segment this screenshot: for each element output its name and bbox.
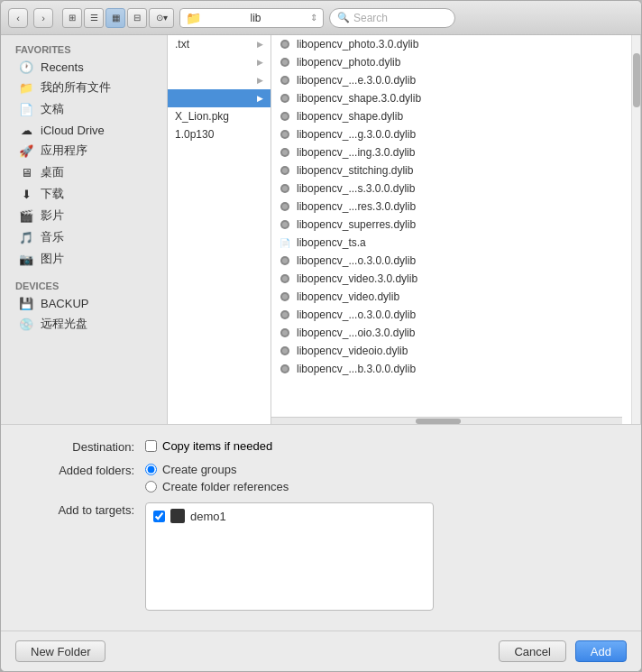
back-button[interactable]: ‹ <box>8 8 28 28</box>
dylib-file-icon <box>279 308 291 321</box>
drive-icon: 💾 <box>19 296 33 310</box>
clock-icon: 🕐 <box>19 60 33 74</box>
svg-point-13 <box>282 150 288 155</box>
create-groups-radio[interactable] <box>145 464 157 475</box>
file-item[interactable]: X_Lion.pkg <box>168 107 271 125</box>
lib-file-item[interactable]: libopencv_...oio.3.0.dylib <box>271 324 631 342</box>
sidebar-item-icloud[interactable]: ☁ iCloud Drive <box>5 120 163 140</box>
svg-point-31 <box>282 330 288 336</box>
lib-file-item[interactable]: libopencv_...s.3.0.0.dylib <box>271 180 631 198</box>
expand-arrow: ▶ <box>257 58 263 67</box>
view-column-btn[interactable]: ▦ <box>105 8 125 28</box>
create-groups-label: Create groups <box>162 463 236 476</box>
lib-file-item[interactable]: libopencv_videoio.dylib <box>271 342 631 360</box>
copy-checkbox[interactable] <box>145 440 157 452</box>
sidebar-item-all-files[interactable]: 📁 我的所有文件 <box>5 77 163 98</box>
file-item[interactable]: 1.0p130 <box>168 125 271 143</box>
sidebar-item-downloads[interactable]: ⬇ 下载 <box>5 183 163 205</box>
target-app-icon <box>170 509 185 523</box>
view-list-btn[interactable]: ☰ <box>84 8 104 28</box>
file-browser: .txt ▶ ▶ ▶ ▶ X_Lion.pkg <box>168 35 641 424</box>
lib-file-item[interactable]: libopencv_...o.3.0.0.dylib <box>271 252 631 270</box>
lib-file-item[interactable]: libopencv_...ing.3.0.dylib <box>271 143 631 161</box>
dylib-file-icon <box>279 363 291 375</box>
view-coverflow-btn[interactable]: ⊟ <box>127 8 147 28</box>
lib-file-name: libopencv_video.dylib <box>297 290 399 303</box>
folder-icon-small: 📁 <box>186 11 201 25</box>
bottom-panel: Destination: Copy items if needed Added … <box>1 424 641 631</box>
destination-control: Copy items if needed <box>145 439 272 453</box>
sidebar-item-music[interactable]: 🎵 音乐 <box>5 226 163 248</box>
lib-file-item[interactable]: libopencv_video.3.0.dylib <box>271 270 631 288</box>
target-checkbox[interactable] <box>153 511 165 522</box>
file-label: 1.0p130 <box>175 128 214 141</box>
svg-point-19 <box>282 204 288 209</box>
share-btn[interactable]: ⊙▾ <box>149 8 174 28</box>
lib-file-name: libopencv_ts.a <box>297 236 366 249</box>
dylib-file-icon <box>279 345 291 357</box>
sidebar-item-label: 应用程序 <box>41 143 87 159</box>
path-control[interactable]: 📁 lib ⇕ <box>179 8 324 28</box>
add-button[interactable]: Add <box>575 640 627 662</box>
window: ‹ › ⊞ ☰ ▦ ⊟ ⊙▾ 📁 lib ⇕ 🔍 Search Favorite… <box>0 0 642 672</box>
sidebar-item-label: 下载 <box>41 186 64 202</box>
sidebar-item-apps[interactable]: 🚀 应用程序 <box>5 140 163 161</box>
sidebar-item-recents[interactable]: 🕐 Recents <box>5 57 163 77</box>
music-icon: 🎵 <box>19 230 33 244</box>
targets-box: demo1 <box>145 502 434 611</box>
path-label: lib <box>250 12 261 24</box>
lib-file-name: libopencv_photo.dylib <box>297 56 400 69</box>
added-folders-label: Added folders: <box>28 463 145 477</box>
lib-file-name: libopencv_...o.3.0.0.dylib <box>297 308 416 321</box>
lib-file-item[interactable]: libopencv_superres.dylib <box>271 216 631 234</box>
lib-file-name: libopencv_video.3.0.dylib <box>297 272 417 285</box>
view-icon-btn[interactable]: ⊞ <box>62 8 82 28</box>
expand-arrow: ▶ <box>257 40 263 49</box>
lib-file-item[interactable]: libopencv_photo.3.0.dylib <box>271 35 631 53</box>
forward-button[interactable]: › <box>33 8 53 28</box>
lib-file-item[interactable]: libopencv_stitching.dylib <box>271 161 631 180</box>
sidebar-item-documents[interactable]: 📄 文稿 <box>5 98 163 120</box>
scrollbar-thumb[interactable] <box>633 53 640 107</box>
bottom-buttons: New Folder Cancel Add <box>1 631 641 671</box>
svg-point-3 <box>282 60 288 65</box>
apps-icon: 🚀 <box>19 143 33 158</box>
lib-file-name: libopencv_...g.3.0.0.dylib <box>297 128 416 141</box>
lib-file-item[interactable]: libopencv_...o.3.0.0.dylib <box>271 306 631 324</box>
devices-title: Devices <box>1 277 167 293</box>
lib-file-item[interactable]: libopencv_...b.3.0.0.dylib <box>271 360 631 378</box>
file-item-selected[interactable]: ▶ <box>168 89 271 107</box>
lib-file-item[interactable]: libopencv_video.dylib <box>271 288 631 306</box>
dylib-file-icon <box>279 110 291 123</box>
lib-file-item[interactable]: libopencv_shape.dylib <box>271 107 631 125</box>
file-label: X_Lion.pkg <box>175 110 229 123</box>
create-folder-refs-radio[interactable] <box>145 481 157 492</box>
sidebar-item-backup[interactable]: 💾 BACKUP <box>5 293 163 313</box>
lib-file-item[interactable]: libopencv_...g.3.0.0.dylib <box>271 125 631 143</box>
toolbar: ‹ › ⊞ ☰ ▦ ⊟ ⊙▾ 📁 lib ⇕ 🔍 Search <box>1 1 641 35</box>
lib-file-item[interactable]: libopencv_...res.3.0.dylib <box>271 198 631 216</box>
search-box[interactable]: 🔍 Search <box>329 8 455 28</box>
new-folder-button[interactable]: New Folder <box>15 640 105 662</box>
dylib-file-icon <box>279 146 291 159</box>
folders-control: Create groups Create folder references <box>145 463 289 493</box>
file-item[interactable]: ▶ <box>168 53 271 71</box>
sidebar-item-remote-disc[interactable]: 💿 远程光盘 <box>5 313 163 335</box>
cancel-button[interactable]: Cancel <box>499 640 565 662</box>
file-item[interactable]: ▶ <box>168 71 271 89</box>
added-folders-row: Added folders: Create groups Create fold… <box>28 463 614 493</box>
sidebar-item-movies[interactable]: 🎬 影片 <box>5 205 163 226</box>
svg-point-9 <box>282 114 288 119</box>
add-targets-label: Add to targets: <box>28 502 145 517</box>
lib-file-item[interactable]: libopencv_shape.3.0.dylib <box>271 89 631 107</box>
sidebar-item-desktop[interactable]: 🖥 桌面 <box>5 161 163 183</box>
sidebar-item-photos[interactable]: 📷 图片 <box>5 248 163 270</box>
lib-file-item[interactable]: libopencv_...e.3.0.0.dylib <box>271 71 631 89</box>
dylib-file-icon <box>279 290 291 303</box>
vertical-scrollbar[interactable] <box>631 35 640 424</box>
file-label: .txt <box>175 38 189 51</box>
lib-file-item[interactable]: 📄libopencv_ts.a <box>271 234 631 252</box>
file-item[interactable]: .txt ▶ <box>168 35 271 53</box>
add-targets-row: Add to targets: demo1 <box>28 502 614 611</box>
lib-file-item[interactable]: libopencv_photo.dylib <box>271 53 631 71</box>
